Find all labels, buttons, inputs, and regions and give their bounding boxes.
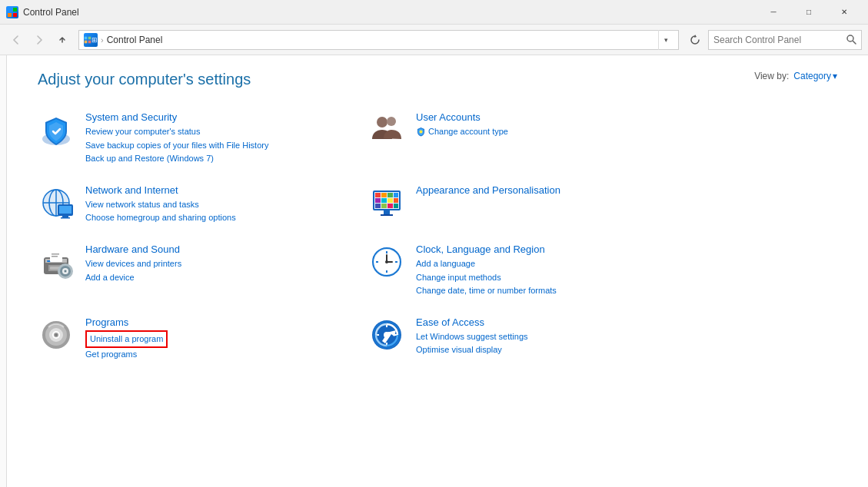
left-sidebar bbox=[0, 55, 7, 487]
svg-rect-32 bbox=[394, 198, 398, 203]
ease-of-access-title[interactable]: Ease of Access bbox=[416, 316, 653, 328]
svg-rect-34 bbox=[381, 204, 387, 208]
category-ease-of-access: Ease of Access Let Windows suggest setti… bbox=[368, 316, 653, 362]
forward-button[interactable] bbox=[29, 30, 49, 50]
svg-rect-36 bbox=[394, 204, 398, 208]
hardware-sound-link-2[interactable]: Add a device bbox=[85, 271, 322, 285]
network-internet-title[interactable]: Network and Internet bbox=[85, 184, 322, 196]
svg-point-62 bbox=[385, 260, 388, 263]
svg-rect-21 bbox=[62, 216, 68, 217]
svg-rect-4 bbox=[85, 36, 88, 39]
view-by: View by: Category ▾ bbox=[754, 71, 837, 81]
hardware-sound-text: Hardware and Sound View devices and prin… bbox=[85, 244, 322, 284]
categories-grid: System and Security Review your computer… bbox=[38, 111, 653, 362]
address-separator: › bbox=[101, 35, 104, 45]
user-accounts-link-1[interactable]: Change account type bbox=[428, 125, 508, 139]
svg-rect-35 bbox=[387, 204, 393, 208]
network-internet-text: Network and Internet View network status… bbox=[85, 184, 322, 225]
network-internet-link-1[interactable]: View network status and tasks bbox=[85, 198, 322, 212]
svg-rect-47 bbox=[52, 256, 58, 257]
close-button[interactable]: ✕ bbox=[826, 0, 862, 25]
window-controls: ─ □ ✕ bbox=[756, 0, 862, 25]
svg-rect-28 bbox=[394, 193, 398, 197]
svg-rect-20 bbox=[59, 206, 72, 214]
clock-language-link-2[interactable]: Change input methods bbox=[416, 271, 653, 285]
clock-language-link-1[interactable]: Add a language bbox=[416, 257, 653, 271]
back-button[interactable] bbox=[6, 30, 26, 50]
svg-rect-3 bbox=[13, 13, 17, 17]
category-network-internet: Network and Internet View network status… bbox=[38, 184, 322, 225]
search-button[interactable] bbox=[841, 30, 861, 50]
clock-language-text: Clock, Language and Region Add a languag… bbox=[416, 244, 653, 298]
search-input[interactable] bbox=[709, 35, 841, 45]
content-area: Adjust your computer's settings View by:… bbox=[7, 55, 868, 487]
programs-link-1[interactable]: Uninstall a program bbox=[85, 330, 168, 349]
programs-title[interactable]: Programs bbox=[85, 316, 322, 328]
network-internet-icon bbox=[38, 184, 75, 221]
svg-line-9 bbox=[853, 41, 856, 45]
appearance-title[interactable]: Appearance and Personalisation bbox=[416, 184, 653, 196]
ease-of-access-text: Ease of Access Let Windows suggest setti… bbox=[416, 316, 653, 357]
title-bar-left: Control Panel bbox=[6, 6, 79, 18]
svg-point-11 bbox=[377, 117, 387, 128]
title-bar: Control Panel ─ □ ✕ bbox=[0, 0, 868, 25]
category-user-accounts: User Accounts Change account type bbox=[368, 111, 653, 166]
network-internet-link-2[interactable]: Choose homegroup and sharing options bbox=[85, 211, 322, 225]
view-by-dropdown[interactable]: Category ▾ bbox=[793, 71, 837, 81]
app-icon bbox=[6, 6, 18, 18]
svg-rect-27 bbox=[387, 193, 393, 197]
svg-rect-22 bbox=[61, 217, 70, 219]
view-by-label: View by: bbox=[754, 71, 789, 81]
svg-rect-29 bbox=[375, 198, 381, 203]
nav-bar: › Control Panel ▾ bbox=[0, 25, 868, 55]
svg-point-12 bbox=[387, 117, 396, 126]
maximize-button[interactable]: □ bbox=[791, 0, 826, 25]
ease-of-access-link-2[interactable]: Optimise visual display bbox=[416, 343, 653, 357]
refresh-button[interactable] bbox=[685, 30, 705, 50]
main-content: Adjust your computer's settings View by:… bbox=[0, 55, 868, 487]
user-accounts-title[interactable]: User Accounts bbox=[416, 111, 653, 123]
svg-rect-30 bbox=[381, 198, 387, 203]
view-by-arrow-icon: ▾ bbox=[833, 71, 837, 81]
address-bar-icon bbox=[84, 33, 98, 47]
svg-point-8 bbox=[847, 35, 853, 41]
address-bar[interactable]: › Control Panel ▾ bbox=[78, 30, 679, 50]
category-clock-language: Clock, Language and Region Add a languag… bbox=[368, 244, 653, 298]
system-security-link-2[interactable]: Save backup copies of your files with Fi… bbox=[85, 139, 322, 153]
svg-rect-38 bbox=[381, 214, 393, 216]
svg-rect-7 bbox=[88, 40, 91, 43]
category-hardware-sound: Hardware and Sound View devices and prin… bbox=[38, 244, 322, 298]
shield-badge-icon bbox=[416, 127, 426, 137]
search-box[interactable] bbox=[708, 30, 862, 50]
svg-rect-26 bbox=[381, 193, 387, 197]
appearance-text: Appearance and Personalisation bbox=[416, 184, 653, 198]
system-security-link-3[interactable]: Back up and Restore (Windows 7) bbox=[85, 152, 322, 166]
minimize-button[interactable]: ─ bbox=[756, 0, 791, 25]
svg-rect-1 bbox=[13, 8, 17, 12]
svg-rect-25 bbox=[375, 193, 381, 197]
clock-language-icon bbox=[368, 244, 405, 280]
svg-rect-46 bbox=[52, 253, 59, 255]
title-bar-text: Control Panel bbox=[23, 7, 79, 18]
svg-rect-31 bbox=[387, 198, 393, 203]
hardware-sound-title[interactable]: Hardware and Sound bbox=[85, 244, 322, 255]
category-appearance: Appearance and Personalisation bbox=[368, 184, 653, 225]
system-security-title[interactable]: System and Security bbox=[85, 111, 322, 123]
up-button[interactable] bbox=[52, 30, 72, 50]
svg-rect-5 bbox=[88, 36, 91, 39]
ease-of-access-link-1[interactable]: Let Windows suggest settings bbox=[416, 330, 653, 344]
clock-language-title[interactable]: Clock, Language and Region bbox=[416, 244, 653, 255]
svg-point-13 bbox=[420, 131, 423, 134]
system-security-link-1[interactable]: Review your computer's status bbox=[85, 125, 322, 139]
page-title: Adjust your computer's settings bbox=[38, 71, 251, 88]
svg-rect-33 bbox=[375, 204, 381, 208]
view-by-value-text: Category bbox=[793, 71, 831, 81]
hardware-sound-link-1[interactable]: View devices and printers bbox=[85, 257, 322, 271]
svg-point-68 bbox=[55, 333, 58, 336]
programs-link-2[interactable]: Get programs bbox=[85, 348, 322, 362]
address-dropdown-button[interactable]: ▾ bbox=[658, 30, 673, 50]
clock-language-link-3[interactable]: Change date, time or number formats bbox=[416, 284, 653, 298]
ease-of-access-icon bbox=[368, 316, 405, 353]
svg-rect-0 bbox=[8, 8, 12, 12]
user-accounts-icon bbox=[368, 111, 405, 148]
